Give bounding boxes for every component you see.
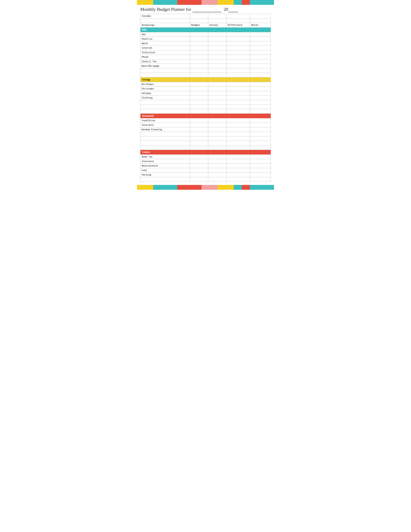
row-label-empty xyxy=(140,136,190,141)
row-label: Christmas xyxy=(140,86,190,91)
row-cell-2 xyxy=(208,127,226,132)
table-row xyxy=(140,136,271,141)
table-row xyxy=(140,68,271,73)
row-cell-3 xyxy=(226,145,250,150)
row-label: Clothing xyxy=(140,95,190,100)
section-header-savings: Savings xyxy=(140,77,271,82)
row-cell-2 xyxy=(208,50,226,55)
row-cell-1 xyxy=(190,68,208,73)
table-row xyxy=(140,100,271,105)
row-cell-2 xyxy=(208,41,226,46)
row-cell-2 xyxy=(208,177,226,182)
bar-segment xyxy=(218,0,234,5)
title-blank xyxy=(192,7,222,12)
row-cell-4 xyxy=(250,55,271,59)
row-label: Maintainence xyxy=(140,164,190,168)
row-cell-3 xyxy=(226,37,250,41)
row-cell-4 xyxy=(250,95,271,100)
row-cell-1 xyxy=(190,168,208,173)
bar-segment xyxy=(177,185,201,190)
table-row xyxy=(140,177,271,182)
row-cell-4 xyxy=(250,46,271,50)
table-row: Phone xyxy=(140,55,271,59)
row-cell-4 xyxy=(250,118,271,123)
row-cell-4 xyxy=(250,64,271,68)
row-cell-3 xyxy=(226,127,250,132)
row-cell-1 xyxy=(190,37,208,41)
row-cell-2 xyxy=(208,46,226,50)
row-label-empty xyxy=(140,145,190,150)
row-cell-1 xyxy=(190,32,208,37)
title-prefix: Monthly Budget Planner for xyxy=(140,7,191,12)
row-cell-4 xyxy=(250,136,271,141)
row-cell-2 xyxy=(208,109,226,114)
row-label-empty xyxy=(140,73,190,77)
row-cell-1 xyxy=(190,118,208,123)
row-cell-3 xyxy=(226,95,250,100)
row-cell-2 xyxy=(208,145,226,150)
table-row: Insurance xyxy=(140,123,271,127)
col-budget: Budget xyxy=(190,23,208,28)
row-cell-2 xyxy=(208,141,226,145)
column-header-row: Outgoings Budget Actual Difference Notes xyxy=(140,23,271,28)
row-label-empty xyxy=(140,100,190,105)
row-cell-1 xyxy=(190,141,208,145)
row-cell-4 xyxy=(250,100,271,105)
col-outgoings: Outgoings xyxy=(140,23,190,28)
row-cell-1 xyxy=(190,155,208,159)
row-cell-3 xyxy=(226,82,250,86)
row-cell-4 xyxy=(250,37,271,41)
bar-segment xyxy=(250,185,274,190)
section-header-bills: Bills xyxy=(140,28,271,32)
table-row xyxy=(140,109,271,114)
row-cell-3 xyxy=(226,59,250,64)
row-cell-3 xyxy=(226,55,250,59)
row-cell-3 xyxy=(226,46,250,50)
top-color-bar xyxy=(137,0,274,5)
row-label: Window Cleaning xyxy=(140,127,190,132)
row-cell-2 xyxy=(208,95,226,100)
row-cell-3 xyxy=(226,173,250,177)
row-label: Fuel xyxy=(140,168,190,173)
row-cell-1 xyxy=(190,105,208,109)
row-label: Television xyxy=(140,50,190,55)
budget-table: Income: Outgoings Budget Actual Differen… xyxy=(140,14,271,182)
row-cell-4 xyxy=(250,127,271,132)
table-row: Food/Drink xyxy=(140,118,271,123)
section-label-savings: Savings xyxy=(140,77,271,82)
row-cell-1 xyxy=(190,123,208,127)
row-label: Road Tax xyxy=(140,155,190,159)
row-cell-2 xyxy=(208,91,226,95)
section-header-vehicle: Vehicle xyxy=(140,150,271,155)
row-cell-4 xyxy=(250,123,271,127)
bar-segment xyxy=(234,0,242,5)
row-label: Phone xyxy=(140,55,190,59)
row-label-empty xyxy=(140,68,190,73)
row-cell-4 xyxy=(250,50,271,55)
table-row: Rent/Mortgage xyxy=(140,64,271,68)
row-cell-4 xyxy=(250,173,271,177)
bar-segment xyxy=(153,0,177,5)
row-cell-3 xyxy=(226,105,250,109)
row-cell-1 xyxy=(190,100,208,105)
table-row xyxy=(140,145,271,150)
table-row: Council Tax xyxy=(140,59,271,64)
row-cell-4 xyxy=(250,132,271,136)
row-cell-4 xyxy=(250,41,271,46)
table-row: Internet xyxy=(140,46,271,50)
row-cell-2 xyxy=(208,86,226,91)
row-cell-1 xyxy=(190,82,208,86)
row-label: Water xyxy=(140,41,190,46)
row-label-empty xyxy=(140,177,190,182)
row-cell-3 xyxy=(226,118,250,123)
table-row: Clothing xyxy=(140,95,271,100)
row-cell-1 xyxy=(190,64,208,68)
col-notes: Notes xyxy=(250,23,271,28)
row-cell-2 xyxy=(208,132,226,136)
budget-table-wrapper: Income: Outgoings Budget Actual Differen… xyxy=(137,14,274,183)
row-cell-3 xyxy=(226,100,250,105)
row-cell-3 xyxy=(226,68,250,73)
income-budget xyxy=(190,14,208,19)
row-cell-4 xyxy=(250,86,271,91)
spacer-row-1 xyxy=(140,19,271,23)
